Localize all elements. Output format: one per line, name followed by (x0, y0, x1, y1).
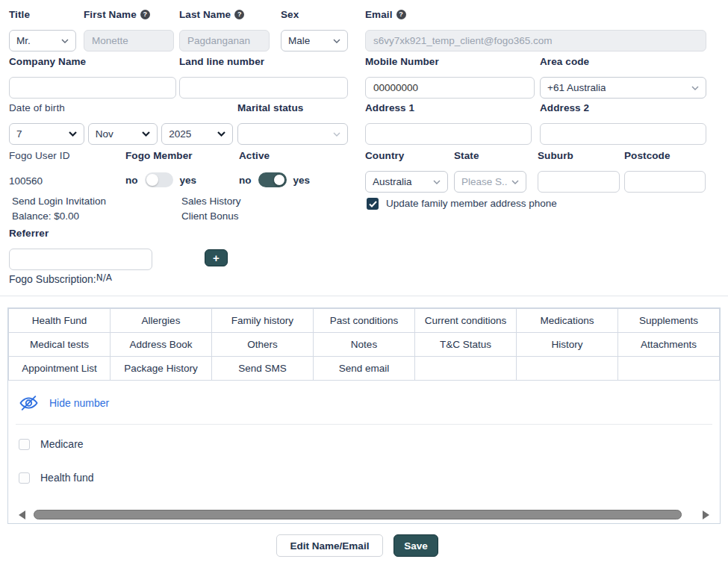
chevron-down-icon (333, 39, 340, 43)
horizontal-scrollbar[interactable] (13, 509, 715, 520)
client-detail-panel: Health Fund Allergies Family history Pas… (7, 307, 721, 524)
health-fund-label: Health fund (40, 470, 94, 485)
state-select[interactable]: Please S... (454, 171, 526, 193)
active-toggle[interactable] (258, 172, 287, 187)
tab-allergies[interactable]: Allergies (111, 309, 212, 333)
sex-select-value: Male (288, 35, 310, 46)
first-name-input[interactable] (84, 30, 174, 51)
postcode-label: Postcode (624, 149, 706, 163)
area-code-select[interactable]: +61 Australia (540, 77, 706, 99)
last-name-label: Last Name? (179, 7, 270, 22)
tab-empty (415, 357, 517, 381)
date-of-birth-label: Date of birth (9, 101, 233, 116)
tab-empty (618, 357, 720, 381)
tab-past-conditions[interactable]: Past conditions (314, 309, 415, 333)
tab-others[interactable]: Others (212, 333, 314, 357)
balance-text: Balance: $0.00 (12, 209, 79, 224)
chevron-down-icon (433, 180, 441, 184)
tab-address-book[interactable]: Address Book (111, 333, 212, 357)
dob-year-select[interactable]: 2025 (161, 123, 233, 145)
tab-medications[interactable]: Medications (517, 309, 618, 333)
help-icon: ? (140, 10, 150, 19)
tab-tc-status[interactable]: T&C Status (415, 333, 517, 357)
company-name-input[interactable] (9, 77, 176, 99)
help-icon: ? (234, 10, 244, 19)
tab-health-fund[interactable]: Health Fund (9, 309, 111, 333)
area-code-label: Area code (540, 54, 706, 69)
client-bonus-link[interactable]: Client Bonus (181, 209, 239, 224)
dob-day-value: 7 (16, 128, 22, 140)
fogo-member-yes-label: yes (180, 175, 197, 186)
fogo-member-label: Fogo Member (125, 149, 196, 163)
tab-appointment-list[interactable]: Appointment List (9, 357, 111, 381)
marital-status-label: Marital status (237, 101, 348, 116)
tab-supplements[interactable]: Supplements (618, 309, 720, 333)
add-referrer-button[interactable]: + (205, 249, 228, 266)
dob-day-select[interactable]: 7 (9, 123, 84, 145)
panel-divider (16, 424, 712, 425)
section-divider (0, 296, 728, 296)
chevron-down-icon (142, 131, 150, 137)
title-label: Title (9, 7, 76, 22)
send-login-invitation-link[interactable]: Send Login Invitation (12, 194, 106, 209)
sales-history-link[interactable]: Sales History (181, 194, 241, 209)
marital-status-select[interactable] (237, 123, 348, 145)
chevron-down-icon (511, 180, 519, 184)
address1-input[interactable] (365, 123, 532, 145)
tab-family-history[interactable]: Family history (212, 309, 314, 333)
update-family-checkbox[interactable] (367, 198, 379, 210)
tab-current-conditions[interactable]: Current conditions (415, 309, 517, 333)
chevron-down-icon (217, 131, 225, 137)
title-select-value: Mr. (16, 35, 31, 46)
scroll-right-arrow-icon[interactable] (703, 511, 709, 519)
suburb-input[interactable] (538, 171, 620, 193)
email-input[interactable] (365, 30, 706, 51)
hide-number-label: Hide number (49, 397, 109, 409)
scroll-left-arrow-icon[interactable] (19, 511, 25, 519)
fogo-user-id-value: 100560 (9, 174, 121, 189)
toggle-knob (273, 174, 285, 186)
medicare-checkbox[interactable] (19, 439, 30, 450)
update-family-label: Update family member address phone (386, 196, 557, 211)
tab-attachments[interactable]: Attachments (618, 333, 720, 357)
tab-medical-tests[interactable]: Medical tests (9, 333, 111, 357)
suburb-label: Suburb (538, 149, 620, 163)
chevron-down-icon (61, 39, 69, 43)
sex-select[interactable]: Male (281, 30, 348, 51)
fogo-member-toggle[interactable] (145, 172, 173, 187)
active-no-label: no (239, 175, 252, 186)
dob-month-value: Nov (96, 128, 113, 140)
tab-history[interactable]: History (517, 333, 618, 357)
scrollbar-thumb[interactable] (34, 510, 682, 519)
land-line-input[interactable] (179, 77, 348, 99)
referrer-label: Referrer (9, 226, 152, 241)
tab-send-email[interactable]: Send email (314, 357, 415, 381)
help-icon: ? (396, 10, 406, 19)
address2-input[interactable] (540, 123, 706, 145)
country-select[interactable]: Australia (365, 171, 448, 193)
mobile-number-input[interactable] (365, 77, 535, 99)
tab-notes[interactable]: Notes (314, 333, 415, 357)
title-select[interactable]: Mr. (9, 30, 76, 51)
first-name-label: First Name? (84, 7, 174, 22)
health-fund-checkbox[interactable] (19, 472, 30, 484)
client-details-form: Title Mr. First Name? Last Name? Sex Mal… (0, 0, 728, 562)
company-name-label: Company Name (9, 54, 176, 69)
tab-package-history[interactable]: Package History (111, 357, 212, 381)
postcode-input[interactable] (624, 171, 706, 193)
dob-month-select[interactable]: Nov (88, 123, 158, 145)
tab-send-sms[interactable]: Send SMS (212, 357, 314, 381)
fogo-user-id-label: Fogo User ID (9, 149, 121, 163)
referrer-input[interactable] (9, 249, 152, 270)
state-select-value: Please S... (461, 176, 507, 187)
last-name-input[interactable] (179, 30, 270, 51)
fogo-member-no-label: no (125, 175, 138, 186)
hide-number-link[interactable]: Hide number (19, 395, 109, 411)
area-code-select-value: +61 Australia (547, 82, 606, 93)
land-line-label: Land line number (179, 54, 348, 69)
tab-empty (517, 357, 618, 381)
mobile-number-label: Mobile Number (365, 54, 535, 69)
address2-label: Address 2 (540, 101, 706, 116)
edit-name-email-button[interactable]: Edit Name/Email (276, 534, 383, 557)
save-button[interactable]: Save (393, 534, 438, 557)
